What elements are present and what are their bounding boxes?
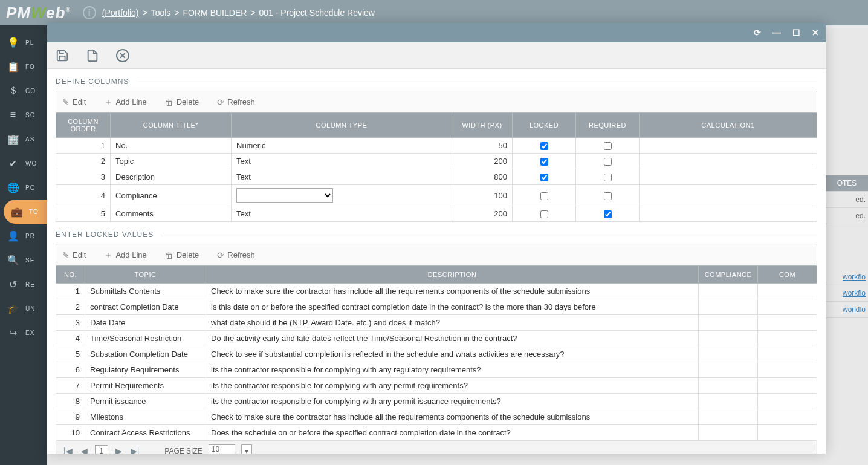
sidebar-item-ex[interactable]: ↪EX [0,320,47,345]
app-logo: PMWeb® [6,4,71,22]
sidebar-item-to[interactable]: 💼TO [4,200,47,224]
column-header[interactable]: COM [758,266,817,284]
required-checkbox[interactable] [604,210,612,218]
column-header[interactable]: LOCKED [513,113,576,138]
column-header[interactable]: COLUMN TITLE* [111,113,232,138]
table-row[interactable]: 3DescriptionText800 [56,169,817,185]
table-row[interactable]: 2contract Completion Dateis this date on… [56,299,817,315]
table-row[interactable]: 5CommentsText200 [56,206,817,222]
add-line-button[interactable]: ＋Add Line [104,250,146,261]
new-page-icon[interactable] [86,49,99,62]
sidebar-item-un[interactable]: 🎓UN [0,296,47,320]
sidebar-item-pl[interactable]: 💡PL [0,30,47,54]
locked-checkbox[interactable] [540,174,548,181]
breadcrumb-tools[interactable]: Tools [151,8,171,18]
breadcrumb-sep: > [250,8,255,18]
column-header[interactable]: CALCULATION1 [640,113,817,138]
breadcrumb-formbuilder[interactable]: FORM BUILDER [183,8,247,18]
column-type-select[interactable] [236,188,333,203]
column-header[interactable]: NO. [56,266,85,284]
breadcrumb-portfolio[interactable]: (Portfolio) [102,8,139,18]
column-header[interactable]: DESCRIPTION [206,266,699,284]
table-row[interactable]: 4Compliance100 [56,185,817,206]
add-line-button[interactable]: ＋Add Line [104,97,146,108]
table-row[interactable]: 9MilestonsCheck to make sure the contrac… [56,409,817,425]
locked-checkbox[interactable] [540,142,548,150]
save-icon[interactable] [56,49,69,62]
edit-button[interactable]: ✎Edit [62,250,86,260]
required-checkbox[interactable] [604,192,612,200]
locked-values-table: NO.TOPICDESCRIPTIONCOMPLIANCECOM 1Submit… [56,265,817,441]
plus-icon: ＋ [104,250,112,261]
table-row[interactable]: 5Substation Completion DateCheck to see … [56,346,817,362]
sidebar-item-pr[interactable]: 👤PR [0,224,47,248]
pager-current-page[interactable]: 1 [95,445,108,454]
sidebar-item-co[interactable]: ＄CO [0,79,47,103]
sidebar-item-re[interactable]: ↺RE [0,272,47,296]
modal-titlebar: ⟳ — ☐ ✕ [47,23,826,42]
pager-last-icon[interactable]: ▶| [129,446,141,454]
required-checkbox[interactable] [604,174,612,181]
sidebar-icon: ↪ [7,327,19,339]
sidebar-item-sc[interactable]: ≡SC [0,103,47,127]
delete-button[interactable]: 🗑Delete [165,250,199,260]
maximize-window-icon[interactable]: ☐ [792,28,800,37]
column-header[interactable]: REQUIRED [576,113,640,138]
delete-button[interactable]: 🗑Delete [165,97,199,107]
column-header[interactable]: COMPLIANCE [699,266,758,284]
minimize-window-icon[interactable]: — [772,28,781,37]
locked-checkbox[interactable] [540,158,548,166]
column-header[interactable]: WIDTH (PX) [452,113,513,138]
sidebar-icon: ↺ [7,279,19,290]
table-row[interactable]: 1Submittals ContentsCheck to make sure t… [56,284,817,299]
sidebar-icon: ＄ [7,85,19,97]
plus-icon: ＋ [104,97,112,108]
edit-button[interactable]: ✎Edit [62,97,86,107]
trash-icon: 🗑 [165,97,173,107]
sidebar-icon: 💡 [7,37,19,48]
page-size-dropdown[interactable]: ▾ [241,444,252,454]
app-topbar: PMWeb® i (Portfolio) > Tools > FORM BUIL… [0,0,868,25]
table-row[interactable]: 8Permit issuanceits the contractor respo… [56,394,817,409]
define-columns-table: COLUMN ORDERCOLUMN TITLE*COLUMN TYPEWIDT… [56,112,817,222]
sidebar-icon: 🎓 [7,303,19,314]
locked-checkbox[interactable] [540,210,548,218]
table-row[interactable]: 3Date Datewhat date should it be (NTP. A… [56,315,817,331]
pager-first-icon[interactable]: |◀ [62,446,74,454]
refresh-button[interactable]: ⟳Refresh [217,97,255,107]
required-checkbox[interactable] [604,158,612,166]
section-header-values: ENTER LOCKED VALUES [56,230,817,239]
pencil-icon: ✎ [62,250,70,260]
sidebar-item-fo[interactable]: 📋FO [0,54,47,79]
column-header[interactable]: COLUMN ORDER [56,113,111,138]
pager: |◀ ◀ 1 ▶ ▶| PAGE SIZE 10 ▾ [56,441,817,454]
locked-checkbox[interactable] [540,192,548,200]
column-header[interactable]: TOPIC [85,266,206,284]
cancel-icon[interactable]: ✕ [116,49,129,62]
table-row[interactable]: 1No.Numeric50 [56,138,817,154]
close-window-icon[interactable]: ✕ [811,28,820,37]
sidebar-icon: 💼 [11,206,23,218]
refresh-button[interactable]: ⟳Refresh [217,250,255,260]
page-size-value[interactable]: 10 [209,444,235,454]
refresh-window-icon[interactable]: ⟳ [753,28,762,37]
sidebar-icon: 👤 [7,230,19,242]
background-peek: OTES ed. ed. [826,175,868,224]
table-row[interactable]: 10Contract Access RestrictionsDoes the s… [56,425,817,441]
table-row[interactable]: 4Time/Seasonal RestrictionDo the activit… [56,331,817,346]
column-header[interactable]: COLUMN TYPE [232,113,452,138]
table-row[interactable]: 2TopicText200 [56,154,817,169]
table-row[interactable]: 6Regulatory Requirementsits the contract… [56,362,817,378]
breadcrumb-sep: > [142,8,147,18]
sidebar-item-se[interactable]: 🔍SE [0,248,47,272]
sidebar-item-as[interactable]: 🏢AS [0,127,47,151]
sidebar-item-po[interactable]: 🌐PO [0,175,47,200]
sidebar-item-wo[interactable]: ✔WO [0,151,47,175]
sidebar-icon: 🌐 [7,182,19,193]
pager-prev-icon[interactable]: ◀ [80,446,89,454]
modal-toolbar: ✕ [47,42,826,69]
info-icon[interactable]: i [83,6,96,19]
pager-next-icon[interactable]: ▶ [114,446,123,454]
required-checkbox[interactable] [604,142,612,150]
table-row[interactable]: 7Permit Requirementsits the contractor r… [56,378,817,394]
